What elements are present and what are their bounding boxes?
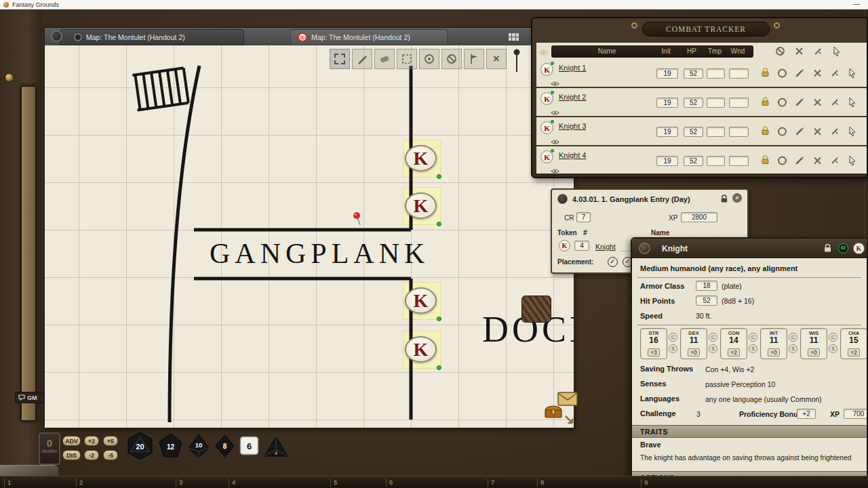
ring-icon[interactable] xyxy=(777,155,787,165)
save-roll-button[interactable]: S xyxy=(829,344,837,353)
hotkey-slot-7[interactable]: 7 xyxy=(488,479,494,487)
mask-reveal-button[interactable] xyxy=(419,49,439,69)
minus5-button[interactable]: -5 xyxy=(103,450,118,460)
lock-icon[interactable] xyxy=(761,126,770,136)
cr-field[interactable]: 7 xyxy=(576,212,591,222)
map-canvas[interactable]: GANGPLANK DOCK K K K K xyxy=(45,45,574,428)
id-badge-icon[interactable]: ID xyxy=(838,243,848,253)
treasure-chest-icon[interactable] xyxy=(545,405,562,421)
sword-icon[interactable] xyxy=(830,126,840,136)
cursor-arrow-icon[interactable] xyxy=(848,97,856,107)
xp-field[interactable]: 2800 xyxy=(681,212,717,222)
pencil-icon[interactable] xyxy=(795,126,805,136)
pointer-tool-button[interactable] xyxy=(513,47,521,77)
tmp-field[interactable] xyxy=(707,156,725,166)
npc-count-field[interactable]: 4 xyxy=(574,241,589,251)
pencil-icon[interactable] xyxy=(795,97,805,107)
lock-icon[interactable] xyxy=(823,243,832,256)
save-roll-button[interactable]: S xyxy=(749,344,757,353)
d12-die[interactable]: 12 xyxy=(158,433,183,459)
cursor-arrow-icon[interactable] xyxy=(832,46,841,59)
hotkey-slot-4[interactable]: 4 xyxy=(229,479,235,487)
wnd-field[interactable] xyxy=(729,68,749,79)
visibility-eye-icon[interactable] xyxy=(538,47,549,59)
window-resize-handle[interactable] xyxy=(564,414,575,428)
ring-icon[interactable] xyxy=(777,97,787,107)
minimize-button[interactable]: — xyxy=(853,0,860,7)
radial-menu-button[interactable] xyxy=(51,30,62,42)
ability-box[interactable]: STR 16 +3 xyxy=(640,328,667,359)
pencil-icon[interactable] xyxy=(795,68,805,78)
check-roll-button[interactable]: C xyxy=(789,333,797,342)
plus5-button[interactable]: +5 xyxy=(103,436,118,446)
d4-die[interactable]: 4 xyxy=(263,435,289,458)
row-visibility-eye-icon[interactable] xyxy=(551,77,559,89)
init-field[interactable]: 19 xyxy=(656,98,678,108)
hp-field[interactable]: 52 xyxy=(684,68,703,79)
check-roll-button[interactable]: C xyxy=(829,333,837,342)
close-icon[interactable]: × xyxy=(732,193,742,203)
map-tab-2[interactable]: ID Map: The Montulet (Handout 2) xyxy=(290,29,448,45)
init-field[interactable]: 19 xyxy=(656,68,678,79)
check-roll-button[interactable]: C xyxy=(749,333,757,342)
tmp-field[interactable] xyxy=(707,127,725,137)
hotkey-slot-6[interactable]: 6 xyxy=(386,479,393,487)
hp-field[interactable]: 52 xyxy=(696,296,717,306)
check-roll-button[interactable]: C xyxy=(669,333,677,342)
draw-pencil-button[interactable] xyxy=(352,49,372,69)
wnd-field[interactable] xyxy=(729,127,749,137)
pencil-icon[interactable] xyxy=(795,155,805,165)
npc-name-link[interactable]: Knight xyxy=(595,243,616,251)
knight-token-1[interactable]: K xyxy=(405,145,437,171)
knight-token-4[interactable]: K xyxy=(405,336,437,363)
wnd-field[interactable] xyxy=(729,98,749,108)
npc-token-icon[interactable]: K xyxy=(853,243,865,254)
adv-button[interactable]: ADV xyxy=(62,436,81,446)
hp-field[interactable]: 52 xyxy=(684,98,703,108)
lock-icon[interactable] xyxy=(761,68,770,78)
row-visibility-eye-icon[interactable] xyxy=(551,165,559,177)
flag-tool-button[interactable] xyxy=(464,49,484,69)
select-marquee-button[interactable] xyxy=(397,49,417,69)
hp-field[interactable]: 52 xyxy=(684,127,703,137)
ring-icon[interactable] xyxy=(777,68,787,78)
row-visibility-eye-icon[interactable] xyxy=(551,106,559,119)
modifier-stack[interactable]: 0 Modifier xyxy=(39,432,60,465)
prof-bonus-field[interactable]: +2 xyxy=(797,409,816,419)
cursor-arrow-icon[interactable] xyxy=(848,68,856,78)
lock-icon[interactable] xyxy=(761,155,770,165)
check-roll-button[interactable]: C xyxy=(709,333,717,342)
knight-token-2[interactable]: K xyxy=(405,192,437,219)
crossed-swords-icon[interactable] xyxy=(812,155,823,165)
cursor-arrow-icon[interactable] xyxy=(848,126,856,136)
gm-chat-button[interactable]: GM xyxy=(15,392,45,403)
tab-list-icon[interactable] xyxy=(509,33,519,41)
tmp-field[interactable] xyxy=(707,68,725,79)
hotkey-slot-1[interactable]: 1 xyxy=(4,479,11,487)
save-roll-button[interactable]: S xyxy=(789,344,797,353)
npc-token-icon[interactable]: K xyxy=(559,240,570,251)
xp-field[interactable]: 700 xyxy=(844,409,868,419)
cursor-arrow-icon[interactable] xyxy=(848,155,856,165)
ability-box[interactable]: CON 14 +2 xyxy=(720,328,747,359)
ability-box[interactable]: WIS 11 +0 xyxy=(800,328,827,359)
combatant-name-link[interactable]: Knight 4 xyxy=(559,151,586,159)
wnd-field[interactable] xyxy=(729,156,749,166)
zoom-fit-button[interactable] xyxy=(330,49,350,69)
ring-slash-icon[interactable] xyxy=(775,46,785,59)
hotkey-slot-9[interactable]: 9 xyxy=(641,479,648,487)
dis-button[interactable]: DIS xyxy=(62,450,81,460)
row-visibility-eye-icon[interactable] xyxy=(551,136,559,148)
combatant-name-link[interactable]: Knight 3 xyxy=(559,122,586,130)
traits-section-header[interactable]: TRAITS xyxy=(632,425,867,438)
save-roll-button[interactable]: S xyxy=(709,344,717,353)
sword-icon[interactable] xyxy=(830,68,840,78)
radial-menu-button[interactable] xyxy=(639,243,650,254)
hotkey-slot-3[interactable]: 3 xyxy=(176,479,182,487)
lock-icon[interactable] xyxy=(761,97,770,107)
crossed-swords-icon[interactable] xyxy=(794,46,804,59)
crossed-swords-icon[interactable] xyxy=(812,126,823,136)
d10-die[interactable]: 10 xyxy=(187,434,210,458)
plus2-button[interactable]: +2 xyxy=(84,436,99,446)
ring-icon[interactable] xyxy=(777,126,787,136)
